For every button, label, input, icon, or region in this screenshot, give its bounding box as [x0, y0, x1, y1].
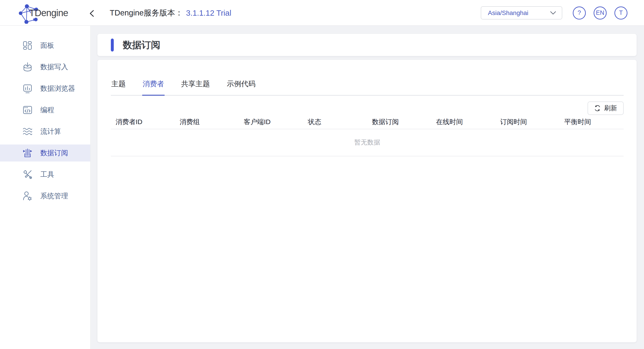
refresh-button[interactable]: 刷新: [588, 102, 624, 115]
service-version-label: TDengine服务版本：: [110, 8, 183, 18]
subscription-panel: 主题 消费者 共享主题 示例代码: [98, 60, 636, 342]
subscription-icon: [22, 148, 33, 158]
programming-icon: [22, 105, 33, 115]
brand-name: TDengine: [29, 8, 68, 18]
tab-bar: 主题 消费者 共享主题 示例代码: [111, 60, 624, 96]
sidebar-nav: 面板 数据写入: [0, 26, 91, 349]
service-version: TDengine服务版本： 3.1.1.12 Trial: [110, 0, 231, 26]
chevron-down-icon: [550, 11, 556, 15]
column-header: 消费组: [175, 115, 239, 129]
user-avatar[interactable]: T: [614, 7, 628, 20]
sidebar-item-data-in[interactable]: 数据写入: [0, 59, 90, 76]
tools-icon: [22, 169, 33, 180]
brand-link[interactable]: TDengine: [18, 1, 69, 25]
tdengine-explorer-app: TDengine TDengine服务版本： 3.1.1.12 Trial As…: [0, 0, 644, 349]
help-button[interactable]: ?: [573, 7, 586, 20]
sidebar-item-programming[interactable]: 编程: [0, 102, 90, 119]
header-controls: Asia/Shanghai ? EN T: [481, 0, 628, 26]
table-header-row: 消费者ID 消费组 客户端ID 状态 数据订阅 在线时间 订阅时间 平衡时间: [111, 115, 624, 129]
chevron-left-icon: [89, 10, 95, 17]
service-version-value: 3.1.1.12 Trial: [186, 9, 231, 18]
column-header: 消费者ID: [111, 115, 175, 129]
help-glyph: ?: [578, 10, 581, 16]
refresh-label: 刷新: [604, 104, 617, 113]
system-admin-icon: [22, 191, 33, 201]
main-content: 数据订阅 主题 消费者 共享主题 示例代码: [91, 26, 644, 349]
sidebar-item-label: 流计算: [40, 127, 61, 136]
table-empty-state: 暂无数据: [111, 129, 624, 156]
language-button[interactable]: EN: [594, 7, 606, 20]
tab-sample-code[interactable]: 示例代码: [226, 79, 256, 95]
column-header: 状态: [303, 115, 367, 129]
sidebar-item-dashboard[interactable]: 面板: [0, 37, 90, 54]
sidebar-collapse-button[interactable]: [87, 9, 97, 18]
sidebar-item-label: 数据订阅: [40, 148, 68, 158]
sidebar-item-label: 系统管理: [40, 191, 68, 201]
dashboard-icon: [22, 40, 33, 51]
timezone-select[interactable]: Asia/Shanghai: [481, 6, 562, 20]
sidebar-item-stream[interactable]: 流计算: [0, 123, 90, 140]
sidebar-item-tools[interactable]: 工具: [0, 166, 90, 183]
table-toolbar: 刷新: [111, 102, 624, 115]
sidebar-item-subscription[interactable]: 数据订阅: [0, 145, 90, 162]
tab-topics[interactable]: 主题: [111, 79, 126, 95]
sidebar-item-system-admin[interactable]: 系统管理: [0, 187, 90, 204]
sidebar-item-label: 面板: [40, 41, 54, 50]
column-header: 平衡时间: [560, 115, 624, 129]
title-accent-bar: [111, 39, 114, 52]
column-header: 在线时间: [431, 115, 495, 129]
timezone-value: Asia/Shanghai: [488, 10, 528, 17]
sidebar-item-explorer[interactable]: 数据浏览器: [0, 80, 90, 97]
data-in-icon: [22, 62, 33, 72]
refresh-icon: [594, 105, 601, 112]
top-header: TDengine TDengine服务版本： 3.1.1.12 Trial As…: [0, 0, 644, 26]
column-header: 数据订阅: [367, 115, 431, 129]
language-label: EN: [596, 10, 604, 16]
sidebar-item-label: 编程: [40, 105, 54, 115]
sidebar-item-label: 数据写入: [40, 62, 68, 72]
consumers-table: 消费者ID 消费组 客户端ID 状态 数据订阅 在线时间 订阅时间 平衡时间 暂…: [111, 115, 624, 156]
column-header: 订阅时间: [496, 115, 560, 129]
sidebar-item-label: 工具: [40, 170, 54, 179]
tab-shared-topics[interactable]: 共享主题: [181, 79, 210, 95]
sidebar-item-label: 数据浏览器: [40, 84, 75, 93]
column-header: 客户端ID: [239, 115, 303, 129]
tab-consumers[interactable]: 消费者: [142, 79, 164, 96]
avatar-glyph: T: [619, 10, 623, 16]
explorer-icon: [22, 83, 33, 94]
page-title: 数据订阅: [123, 39, 160, 51]
page-title-card: 数据订阅: [98, 34, 636, 56]
stream-icon: [22, 126, 33, 137]
